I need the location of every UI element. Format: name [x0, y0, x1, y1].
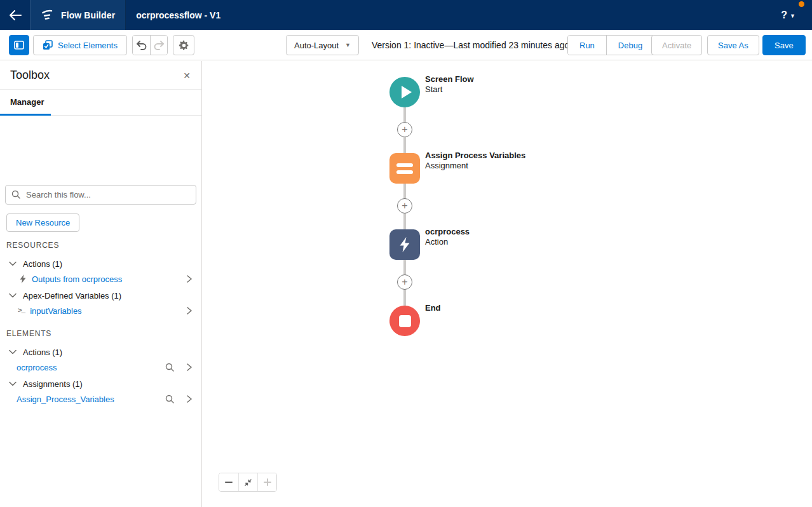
- find-in-canvas-icon[interactable]: [165, 363, 174, 372]
- undo-icon: [136, 40, 147, 50]
- help-icon: ?: [781, 10, 787, 21]
- node-title: Screen Flow: [425, 74, 565, 84]
- undo-button[interactable]: [133, 36, 150, 55]
- flow-search: [5, 185, 196, 205]
- arrow-left-icon: [9, 10, 22, 20]
- tree-item-label: Assign_Process_Variables: [17, 395, 114, 404]
- select-elements-button[interactable]: Select Elements: [33, 35, 127, 55]
- multi-select-icon: [43, 40, 53, 50]
- node-label-block: End: [425, 303, 565, 313]
- tree-group-actions-elements[interactable]: Actions (1): [0, 344, 202, 360]
- tree-group-actions-resources[interactable]: Actions (1): [0, 256, 202, 271]
- node-title: End: [425, 303, 565, 313]
- toolbox-header: Toolbox ✕: [0, 61, 201, 90]
- chevron-down-icon: [9, 381, 17, 386]
- node-end: End: [389, 306, 420, 336]
- search-input[interactable]: [5, 185, 196, 205]
- node-subtitle: Start: [425, 84, 565, 95]
- tree-group-label: Assignments (1): [23, 379, 83, 389]
- node-subtitle: Assignment: [425, 161, 565, 171]
- node-subtitle: Action: [425, 237, 565, 247]
- tree-item-inputvariables[interactable]: >_ inputVariables: [0, 303, 202, 318]
- chevron-right-icon[interactable]: [186, 307, 193, 314]
- tree-group-apex-defined-variables[interactable]: Apex-Defined Variables (1): [0, 288, 202, 303]
- canvas-zoom-controls: [219, 473, 277, 492]
- tree-group-assignments[interactable]: Assignments (1): [0, 376, 202, 391]
- chevron-right-icon[interactable]: [186, 363, 193, 371]
- lightning-icon: [398, 237, 411, 252]
- settings-button[interactable]: [173, 35, 194, 55]
- new-resource-button[interactable]: New Resource: [6, 213, 79, 232]
- back-button[interactable]: [0, 0, 30, 30]
- active-tab-underline: [0, 114, 51, 116]
- run-debug-group: Run Debug: [567, 35, 654, 55]
- top-navbar: Flow Builder ocrprocessflow - V1 ? ▼: [0, 0, 812, 30]
- gear-icon: [179, 40, 189, 51]
- tree-item-label: inputVariables: [30, 306, 81, 316]
- tree-item-label: Outputs from ocrprocess: [32, 274, 122, 284]
- node-start: Screen Flow Start: [389, 77, 420, 107]
- node-label-block: ocrprocess Action: [425, 227, 565, 247]
- node-title: ocrprocess: [425, 227, 565, 237]
- equals-icon: [396, 163, 413, 174]
- plus-icon: [264, 478, 271, 486]
- chevron-right-icon[interactable]: [186, 275, 193, 283]
- help-menu[interactable]: ? ▼: [781, 0, 812, 30]
- zoom-fit-button[interactable]: [238, 473, 257, 491]
- tree-group-label: Actions (1): [23, 348, 62, 357]
- node-label-block: Assign Process Variables Assignment: [425, 151, 565, 171]
- stop-icon: [399, 315, 411, 327]
- chevron-down-icon: ▼: [790, 13, 795, 19]
- chevron-down-icon: [9, 261, 17, 266]
- tree-item-ocrprocess[interactable]: ocrprocess: [0, 360, 202, 375]
- undo-redo-group: [132, 35, 168, 55]
- action-node-button[interactable]: [389, 229, 420, 260]
- chevron-right-icon[interactable]: [186, 395, 193, 403]
- flow-title: ocrprocessflow - V1: [126, 0, 231, 30]
- chevron-down-icon: [9, 293, 17, 298]
- zoom-in-button[interactable]: [257, 473, 276, 491]
- node-title: Assign Process Variables: [425, 151, 565, 161]
- flow-builder-logo-icon: [41, 8, 55, 22]
- version-status-text: Version 1: Inactive—Last modified 23 min…: [372, 30, 569, 60]
- layout-mode-value: Auto-Layout: [294, 41, 339, 50]
- find-in-canvas-icon[interactable]: [165, 395, 174, 403]
- add-element-button[interactable]: +: [397, 274, 412, 290]
- app-name: Flow Builder: [61, 10, 115, 20]
- chevron-down-icon: ▼: [345, 42, 351, 48]
- tree-item-outputs-from-ocrprocess[interactable]: Outputs from ocrprocess: [0, 271, 202, 287]
- start-node-button[interactable]: [389, 77, 420, 107]
- end-node-button[interactable]: [389, 306, 420, 336]
- app-launcher-segment[interactable]: Flow Builder: [30, 0, 126, 30]
- assignment-node-button[interactable]: [389, 153, 420, 184]
- elements-heading: ELEMENTS: [6, 329, 51, 338]
- toolbox-panel: Toolbox ✕ Manager New Resource RESOURCES…: [0, 61, 202, 507]
- play-icon: [402, 86, 412, 98]
- builder-toolbar: Select Elements Auto-Layout ▼ Version 1:…: [0, 30, 812, 60]
- notification-dot: [799, 1, 804, 7]
- save-button[interactable]: Save: [762, 35, 806, 55]
- node-action: ocrprocess Action: [389, 229, 420, 260]
- resources-heading: RESOURCES: [6, 241, 59, 250]
- zoom-out-button[interactable]: [219, 473, 238, 491]
- layout-mode-select[interactable]: Auto-Layout ▼: [286, 35, 359, 55]
- redo-icon: [153, 40, 165, 50]
- add-element-button[interactable]: +: [397, 198, 412, 213]
- toolbox-tabbar: Manager: [0, 90, 201, 116]
- activate-button[interactable]: Activate: [651, 35, 702, 55]
- tree-item-assign-process-variables[interactable]: Assign_Process_Variables: [0, 391, 202, 407]
- save-as-button[interactable]: Save As: [707, 35, 759, 55]
- toggle-toolbox-button[interactable]: [9, 35, 29, 55]
- redo-button[interactable]: [150, 36, 167, 55]
- add-element-button[interactable]: +: [397, 122, 412, 137]
- debug-button[interactable]: Debug: [606, 36, 654, 55]
- flow-canvas[interactable]: + + + Screen Flow Start Assign Process V…: [202, 61, 812, 507]
- close-icon[interactable]: ✕: [180, 69, 194, 83]
- lightning-icon: [19, 274, 27, 283]
- tree-group-label: Actions (1): [23, 259, 62, 269]
- search-icon: [11, 190, 20, 199]
- run-button[interactable]: Run: [568, 36, 606, 55]
- tab-manager[interactable]: Manager: [10, 90, 44, 114]
- chevron-down-icon: [9, 349, 17, 355]
- panel-left-icon: [14, 41, 24, 50]
